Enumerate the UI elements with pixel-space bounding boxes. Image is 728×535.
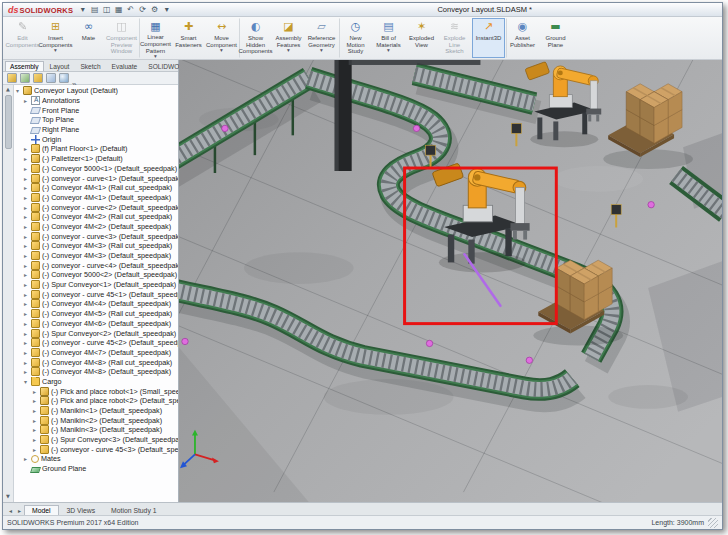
tree-item[interactable]: (-) Conveyor 4M<8> (Default_speedpak) bbox=[14, 367, 178, 377]
tree-item[interactable]: Cargo bbox=[14, 377, 178, 387]
tree-item[interactable]: (-) Conveyor 4M<3> (Default_speedpak) bbox=[14, 251, 178, 261]
ribbon-button[interactable]: Linear Component Pattern bbox=[139, 18, 172, 58]
view-tab[interactable]: Model bbox=[24, 505, 59, 515]
ribbon-button[interactable]: Mate bbox=[72, 18, 105, 58]
expander-icon[interactable] bbox=[24, 378, 31, 385]
ribbon-button[interactable]: Assembly Features bbox=[272, 18, 305, 58]
tree-item[interactable]: (-) conveyor - curve<2> (Default_speedpa… bbox=[14, 202, 178, 212]
tree-item[interactable]: (f) Plant Floor<1> (Default) bbox=[14, 144, 178, 154]
expander-icon[interactable] bbox=[24, 165, 31, 172]
quick-tool-icon[interactable] bbox=[101, 5, 112, 14]
tree-item[interactable]: Origin bbox=[14, 134, 178, 144]
quick-tool-icon[interactable] bbox=[89, 5, 100, 14]
tree-item[interactable]: (-) Conveyor 5000<2> (Default_speedpak) bbox=[14, 270, 178, 280]
expander-icon[interactable] bbox=[33, 446, 40, 453]
expander-icon[interactable] bbox=[33, 426, 40, 433]
tab-scroll-right-icon[interactable] bbox=[15, 507, 24, 515]
quick-tool-icon[interactable] bbox=[77, 5, 88, 14]
ribbon-button[interactable]: New Motion Study bbox=[339, 18, 372, 58]
graphics-viewport[interactable] bbox=[179, 60, 722, 502]
tree-item[interactable]: (-) Manikin<1> (Default_speedpak) bbox=[14, 406, 178, 416]
expander-icon[interactable] bbox=[16, 87, 23, 94]
scroll-down-icon[interactable] bbox=[6, 493, 10, 501]
tree-item[interactable]: (-) Conveyor 4M<8> (Rail cut_speedpak) bbox=[14, 357, 178, 367]
panel-tab-icon[interactable] bbox=[33, 73, 43, 83]
expander-icon[interactable] bbox=[24, 262, 31, 269]
ribbon-button[interactable]: Instant3D bbox=[472, 18, 505, 58]
view-tab[interactable]: Motion Study 1 bbox=[103, 505, 164, 515]
tree-item[interactable]: (-) Conveyor 4M<4> (Default_speedpak) bbox=[14, 299, 178, 309]
ribbon-button[interactable]: Edit Components bbox=[6, 18, 39, 58]
ribbon-button[interactable]: Asset Publisher bbox=[506, 18, 539, 58]
expander-icon[interactable] bbox=[24, 175, 31, 182]
tree-item[interactable]: (-) conveyor - curve<3> (Default_speedpa… bbox=[14, 231, 178, 241]
expander-icon[interactable] bbox=[24, 184, 31, 191]
ribbon-button[interactable]: Ground Plane bbox=[539, 18, 572, 58]
ribbon-button[interactable]: Show Hidden Components bbox=[239, 18, 272, 58]
quick-tool-icon[interactable] bbox=[161, 5, 172, 14]
expander-icon[interactable] bbox=[24, 291, 31, 298]
commandmanager-tab[interactable]: Evaluate bbox=[107, 61, 143, 71]
expander-icon[interactable] bbox=[24, 455, 31, 462]
tree-item[interactable]: (-) Conveyor 4M<1> (Rail cut_speedpak) bbox=[14, 183, 178, 193]
expander-icon[interactable] bbox=[24, 330, 31, 337]
panel-tab-icon[interactable] bbox=[7, 73, 17, 83]
expander-icon[interactable] bbox=[24, 252, 31, 259]
ribbon-button[interactable]: Bill of Materials bbox=[372, 18, 405, 58]
tree-item[interactable]: (-) conveyor - curve 45<1> (Default_spee… bbox=[14, 289, 178, 299]
tree-item[interactable]: (-) Spur Conveyor<2> (Default_speedpak) bbox=[14, 328, 178, 338]
expander-icon[interactable] bbox=[33, 436, 40, 443]
tree-item[interactable]: (-) conveyor - curve 45<2> (Default_spee… bbox=[14, 338, 178, 348]
tree-item[interactable]: (-) Conveyor 5000<1> (Default_speedpak) bbox=[14, 164, 178, 174]
expander-icon[interactable] bbox=[24, 204, 31, 211]
expander-icon[interactable] bbox=[24, 97, 31, 104]
tree-item[interactable]: (-) Manikin<2> (Default_speedpak) bbox=[14, 415, 178, 425]
ribbon-button[interactable]: Move Component bbox=[205, 18, 238, 58]
expander-icon[interactable] bbox=[24, 155, 31, 162]
expander-icon[interactable] bbox=[24, 213, 31, 220]
expander-icon[interactable] bbox=[24, 233, 31, 240]
expander-icon[interactable] bbox=[24, 300, 31, 307]
tree-item[interactable]: Annotations bbox=[14, 96, 178, 106]
expander-icon[interactable] bbox=[24, 271, 31, 278]
expander-icon[interactable] bbox=[24, 310, 31, 317]
tree-item[interactable]: (-) conveyor - curve 45<3> (Default_spee… bbox=[14, 444, 178, 454]
tree-item[interactable]: (-) conveyor - curve<4> (Default_speedpa… bbox=[14, 260, 178, 270]
expander-icon[interactable] bbox=[24, 339, 31, 346]
expander-icon[interactable] bbox=[33, 388, 40, 395]
ribbon-button[interactable]: Reference Geometry bbox=[305, 18, 338, 58]
tree-item[interactable]: (-) Pick and place robot<1> (Small_speed… bbox=[14, 386, 178, 396]
tree-item[interactable]: (-) Pick and place robot<2> (Default_spe… bbox=[14, 396, 178, 406]
tree-item[interactable]: (-) Spur Conveyor<3> (Default_speedpak) bbox=[14, 435, 178, 445]
expander-icon[interactable] bbox=[24, 359, 31, 366]
expander-icon[interactable] bbox=[33, 407, 40, 414]
tree-item[interactable]: (-) Conveyor 4M<3> (Rail cut_speedpak) bbox=[14, 241, 178, 251]
quick-tool-icon[interactable] bbox=[137, 5, 148, 14]
view-tab[interactable]: 3D Views bbox=[59, 505, 104, 515]
tree-item[interactable]: Front Plane bbox=[14, 105, 178, 115]
tree-item[interactable]: (-) Conveyor 4M<2> (Default_speedpak) bbox=[14, 222, 178, 232]
ribbon-button[interactable]: Insert Components bbox=[39, 18, 72, 58]
commandmanager-tab[interactable]: Assembly bbox=[5, 61, 44, 71]
ribbon-button[interactable]: Explode Line Sketch bbox=[438, 18, 471, 58]
viewport-3d-scene[interactable] bbox=[179, 60, 722, 502]
ribbon-button[interactable]: Component Preview Window bbox=[105, 18, 138, 58]
panel-tab-icon[interactable] bbox=[20, 73, 30, 83]
panel-tab-icon[interactable] bbox=[46, 73, 56, 83]
tab-scroll-left-icon[interactable] bbox=[6, 507, 15, 515]
tree-item[interactable]: (-) Conveyor 4M<6> (Default_speedpak) bbox=[14, 319, 178, 329]
tree-item[interactable]: (-) Palletizer<1> (Default) bbox=[14, 154, 178, 164]
tree-item[interactable]: (-) Conveyor 4M<1> (Default_speedpak) bbox=[14, 193, 178, 203]
tree-item[interactable]: (-) Conveyor 4M<5> (Rail cut_speedpak) bbox=[14, 309, 178, 319]
commandmanager-tab[interactable]: Sketch bbox=[75, 61, 105, 71]
tree-item[interactable]: Right Plane bbox=[14, 125, 178, 135]
tree-item[interactable]: Ground Plane bbox=[14, 464, 178, 474]
expander-icon[interactable] bbox=[24, 194, 31, 201]
tree-item[interactable]: (-) Conveyor 4M<7> (Default_speedpak) bbox=[14, 348, 178, 358]
expander-icon[interactable] bbox=[24, 349, 31, 356]
panel-tab-icon[interactable] bbox=[59, 73, 69, 83]
tree-item[interactable]: Mates bbox=[14, 454, 178, 464]
tree-item[interactable]: (-) Conveyor 4M<2> (Rail cut_speedpak) bbox=[14, 212, 178, 222]
tree-item[interactable]: (-) Manikin<3> (Default_speedpak) bbox=[14, 425, 178, 435]
expander-icon[interactable] bbox=[24, 242, 31, 249]
